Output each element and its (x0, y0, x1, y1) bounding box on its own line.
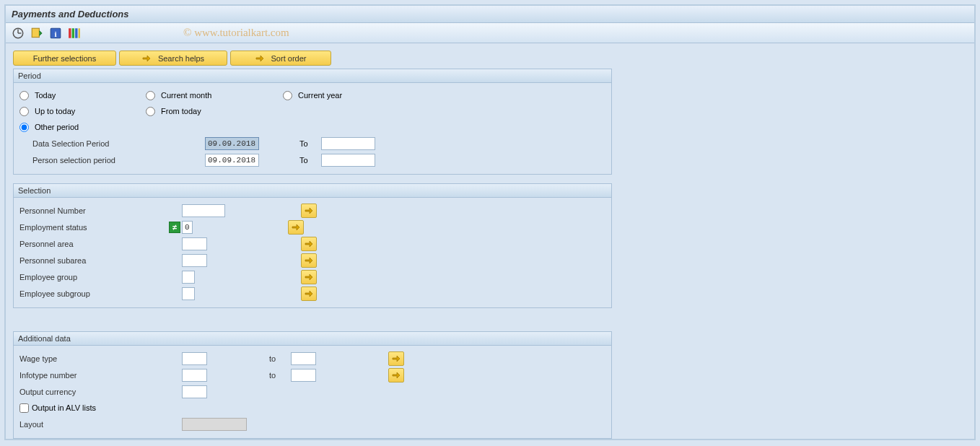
radio-from-today-label: From today (161, 107, 201, 115)
layout-input (182, 418, 247, 431)
radio-current-month-label: Current month (161, 91, 211, 100)
search-helps-button[interactable]: Search helps (119, 51, 227, 66)
svg-rect-9 (79, 28, 80, 38)
infotype-number-label: Infotype number (19, 371, 182, 380)
period-groupbox: Period Today Current month Current year … (13, 69, 612, 175)
employment-status-label: Employment status (19, 223, 169, 232)
to-label: to (269, 354, 291, 363)
employee-group-label: Employee group (19, 273, 182, 281)
page-title: Payments and Deductions (12, 9, 129, 19)
output-currency-label: Output currency (19, 388, 182, 396)
personnel-number-input[interactable] (182, 204, 225, 217)
additional-data-title: Additional data (14, 332, 611, 346)
multi-select-button[interactable] (301, 237, 317, 251)
radio-current-year-label: Current year (298, 91, 342, 100)
output-alv-label: Output in ALV lists (32, 403, 96, 412)
arrow-right-icon (255, 55, 264, 62)
personnel-area-input[interactable] (182, 237, 207, 250)
radio-from-today[interactable]: From today (146, 107, 283, 116)
color-legend-icon[interactable] (68, 27, 81, 40)
radio-up-to-today[interactable]: Up to today (19, 107, 146, 116)
selection-button-row: Further selections Search helps Sort ord… (13, 51, 967, 66)
data-selection-label: Data Selection Period (19, 139, 205, 148)
sort-order-button[interactable]: Sort order (230, 51, 331, 66)
personnel-subarea-input[interactable] (182, 254, 207, 267)
infotype-number-from-input[interactable] (182, 369, 207, 382)
multi-select-button[interactable] (301, 204, 317, 218)
radio-other-period-label: Other period (35, 123, 79, 131)
person-selection-to-input[interactable] (321, 154, 375, 167)
svg-rect-6 (69, 28, 71, 38)
output-currency-input[interactable] (182, 385, 207, 398)
further-selections-label: Further selections (33, 54, 96, 63)
execute-icon[interactable] (12, 27, 25, 40)
search-helps-label: Search helps (158, 54, 204, 63)
to-label: To (299, 139, 321, 148)
data-selection-to-input[interactable] (321, 137, 375, 150)
further-selections-button[interactable]: Further selections (13, 51, 116, 66)
layout-label: Layout (19, 420, 182, 429)
wage-type-from-input[interactable] (182, 352, 207, 365)
to-label: to (269, 371, 291, 380)
period-title: Period (14, 69, 611, 83)
wage-type-label: Wage type (19, 354, 182, 363)
wage-type-to-input[interactable] (291, 352, 316, 365)
radio-current-month[interactable]: Current month (146, 91, 283, 100)
to-label: To (299, 156, 321, 165)
radio-today-label: Today (35, 91, 56, 100)
svg-rect-7 (72, 28, 74, 38)
radio-up-to-today-label: Up to today (35, 107, 75, 115)
employee-subgroup-input[interactable] (182, 287, 195, 300)
multi-select-button[interactable] (288, 220, 304, 235)
multi-select-button[interactable] (301, 253, 317, 268)
multi-select-button[interactable] (388, 351, 404, 366)
employee-subgroup-label: Employee subgroup (19, 289, 182, 298)
svg-rect-8 (75, 28, 77, 38)
info-icon[interactable]: i (49, 27, 62, 40)
not-equal-icon[interactable]: ≠ (169, 222, 180, 233)
selection-groupbox: Selection Personnel Number Employment st… (13, 183, 612, 308)
radio-today[interactable]: Today (19, 91, 146, 100)
multi-select-button[interactable] (301, 287, 317, 301)
infotype-number-to-input[interactable] (291, 369, 316, 382)
data-selection-from-input[interactable] (205, 137, 259, 150)
watermark: © www.tutorialkart.com (183, 27, 289, 39)
svg-rect-3 (32, 28, 39, 37)
sort-order-label: Sort order (271, 54, 307, 63)
employee-group-input[interactable] (182, 271, 195, 284)
multi-select-button[interactable] (388, 368, 404, 382)
title-bar: Payments and Deductions (6, 6, 974, 23)
output-alv-checkbox[interactable] (19, 403, 29, 413)
radio-current-year[interactable]: Current year (283, 91, 413, 100)
arrow-right-icon (142, 55, 151, 62)
radio-other-period[interactable]: Other period (19, 123, 146, 132)
variant-icon[interactable] (30, 27, 43, 40)
svg-text:i: i (54, 29, 56, 38)
personnel-number-label: Personnel Number (19, 206, 182, 215)
personnel-area-label: Personnel area (19, 240, 182, 248)
employment-status-input[interactable] (182, 221, 193, 234)
person-selection-label: Person selection period (19, 156, 205, 165)
additional-data-groupbox: Additional data Wage type to Infotype nu… (13, 331, 612, 439)
personnel-subarea-label: Personnel subarea (19, 256, 182, 265)
selection-title: Selection (14, 184, 611, 198)
person-selection-from-input[interactable] (205, 154, 259, 167)
icon-toolbar: i © www.tutorialkart.com (6, 23, 974, 43)
multi-select-button[interactable] (301, 270, 317, 284)
